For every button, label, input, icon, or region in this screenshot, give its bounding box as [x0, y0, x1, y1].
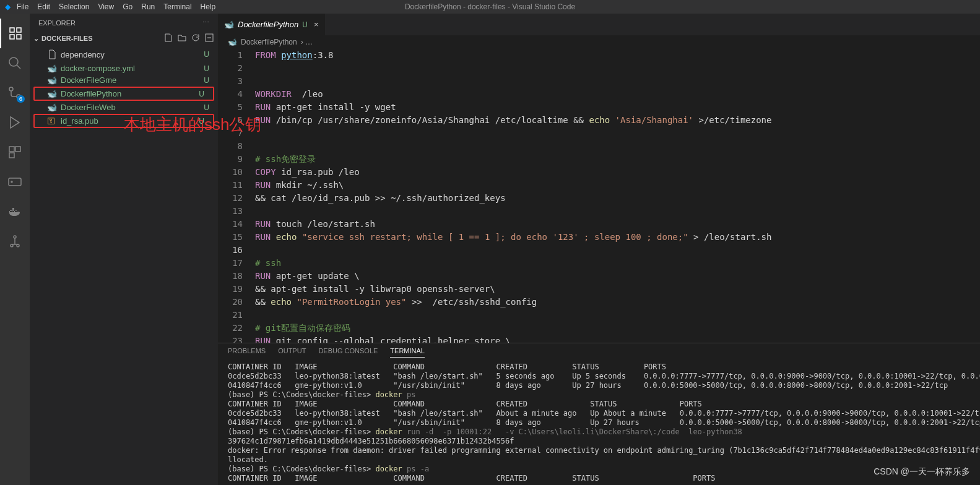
menu-edit[interactable]: Edit — [37, 2, 50, 11]
breadcrumb-file: DockerfilePython — [241, 38, 297, 46]
docker-file-icon: 🐋 — [228, 38, 237, 46]
panel-tab-output[interactable]: OUTPUT — [278, 347, 306, 358]
bottom-panel: PROBLEMSOUTPUTDEBUG CONSOLETERMINAL CONT… — [218, 343, 980, 485]
remote-icon[interactable] — [0, 167, 30, 197]
file-status: U — [204, 76, 209, 85]
menu-selection[interactable]: Selection — [59, 2, 89, 11]
panel-tab-problems[interactable]: PROBLEMS — [228, 347, 266, 358]
file-item-dependency[interactable]: dependencyU — [30, 46, 218, 62]
menu-go[interactable]: Go — [123, 2, 132, 11]
code-content[interactable]: FROM python:3.8 WORKDIR /leoRUN apt-get … — [255, 49, 980, 343]
collapse-icon[interactable] — [204, 33, 214, 44]
search-icon[interactable] — [0, 48, 30, 78]
svg-rect-5 — [9, 153, 14, 158]
panel-tab-debug-console[interactable]: DEBUG CONSOLE — [318, 347, 378, 358]
activity-bar: 6 — [0, 14, 30, 485]
svg-rect-6 — [9, 178, 21, 186]
debug-icon[interactable] — [0, 108, 30, 137]
refresh-icon[interactable] — [191, 33, 201, 44]
tab-label: DockerfilePython — [238, 20, 298, 29]
docker-icon: 🐋 — [47, 89, 57, 98]
menu-help[interactable]: Help — [201, 2, 216, 11]
extensions-icon[interactable] — [0, 137, 30, 167]
svg-point-9 — [11, 244, 13, 247]
explorer-more-icon[interactable]: ⋯ — [202, 19, 209, 27]
scm-badge: 6 — [17, 95, 25, 103]
menu-terminal[interactable]: Terminal — [163, 2, 191, 11]
terminal-output[interactable]: CONTAINER ID IMAGE COMMAND CREATED STATU… — [218, 361, 980, 485]
breadcrumb[interactable]: 🐋 DockerfilePython › … — [218, 35, 980, 49]
line-gutter: 1234567891011121314151617181920212223 — [218, 49, 255, 343]
new-file-icon[interactable] — [163, 33, 173, 44]
docker-icon: 🐋 — [47, 103, 57, 112]
tab-modified: U — [302, 20, 308, 29]
menu-bar: ◆ FileEditSelectionViewGoRunTerminalHelp… — [0, 0, 980, 14]
chevron-down-icon: ⌄ — [33, 35, 39, 43]
svg-point-7 — [11, 181, 12, 182]
folder-name: DOCKER-FILES — [41, 35, 93, 42]
annotation-text: 本地主机的ssh公钥 — [124, 114, 261, 135]
explorer-icon[interactable] — [0, 19, 30, 48]
file-item-dockerfilegme[interactable]: 🐋DockerFileGmeU — [30, 74, 218, 86]
file-status: U — [204, 50, 209, 59]
tree-icon[interactable] — [0, 226, 30, 256]
svg-rect-3 — [9, 147, 14, 152]
panel-tab-terminal[interactable]: TERMINAL — [390, 347, 425, 358]
file-status: U — [199, 90, 204, 98]
file-name: DockerFileGme — [61, 75, 204, 85]
menu-view[interactable]: View — [98, 2, 114, 11]
svg-point-1 — [9, 87, 13, 91]
file-item-dockerfilepython[interactable]: 🐋DockerfilePythonU — [33, 87, 214, 101]
file-name: DockerFileWeb — [61, 103, 204, 112]
folder-header[interactable]: ⌄DOCKER-FILES — [30, 32, 218, 45]
svg-rect-4 — [15, 147, 20, 152]
docker-icon: 🐋 — [47, 75, 57, 85]
code-area[interactable]: 1234567891011121314151617181920212223 FR… — [218, 49, 980, 343]
watermark: CSDN @一天一杯养乐多 — [874, 466, 970, 478]
close-icon[interactable]: × — [314, 20, 319, 29]
menu-file[interactable]: File — [17, 2, 28, 11]
file-status: U — [204, 64, 209, 73]
scm-icon[interactable]: 6 — [0, 78, 30, 108]
tab-dockerfilepython[interactable]: 🐋 DockerfilePython U × — [218, 14, 326, 35]
svg-point-8 — [14, 236, 16, 238]
svg-point-10 — [17, 244, 19, 247]
tab-bar: 🐋 DockerfilePython U × — [218, 14, 980, 35]
breadcrumb-sep: › … — [301, 38, 313, 46]
file-name: dependency — [61, 50, 204, 59]
editor-area: 🐋 DockerfilePython U × 🐋 DockerfilePytho… — [218, 14, 980, 485]
docker-file-icon: 🐋 — [224, 20, 234, 29]
menu-run[interactable]: Run — [141, 2, 155, 11]
sidebar: EXPLORER ⋯ ⌄DOCKER-FILES dependencyU🐋doc… — [30, 14, 218, 485]
key-icon: ⚿ — [47, 116, 57, 126]
file-item-docker-compose.yml[interactable]: 🐋docker-compose.ymlU — [30, 62, 218, 74]
svg-point-0 — [9, 58, 18, 66]
file-name: docker-compose.yml — [61, 64, 204, 73]
new-folder-icon[interactable] — [177, 33, 187, 44]
panel-tabs: PROBLEMSOUTPUTDEBUG CONSOLETERMINAL — [218, 343, 980, 361]
explorer-title: EXPLORER — [38, 19, 76, 27]
file-status: U — [204, 103, 209, 112]
file-item-dockerfileweb[interactable]: 🐋DockerFileWebU — [30, 101, 218, 113]
docker-icon[interactable] — [0, 197, 30, 226]
window-title: DockerfilePython - docker-files - Visual… — [405, 2, 575, 11]
file-icon — [47, 48, 57, 61]
vscode-logo-icon: ◆ — [5, 2, 11, 11]
docker-icon: 🐋 — [47, 64, 57, 73]
file-name: DockerfilePython — [61, 89, 199, 98]
